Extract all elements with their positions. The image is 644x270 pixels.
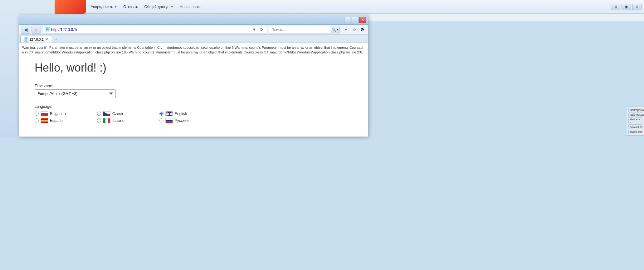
timezone-select[interactable]: Europe/Minsk (GMT +3) [35,89,116,98]
taskbar-item-0[interactable]: taskmgr.exe [628,108,642,112]
timezone-group: Time zone: Europe/Minsk (GMT +3) [35,84,352,98]
language-option-it[interactable]: Italiano [97,118,159,123]
language-option-es[interactable]: Español [35,118,97,123]
search-input[interactable] [269,26,331,33]
organize-button[interactable]: Упорядочить ▼ [88,3,120,10]
new-folder-label: Новая папка [180,5,202,9]
tab-title: 127.0.0.1 [29,38,44,41]
language-radio-bg[interactable] [35,112,39,116]
open-button[interactable]: Открыть [121,3,140,10]
language-label-cz: Czech [112,112,123,116]
language-label-it: Italiano [112,118,124,123]
language-option-en[interactable]: English [159,111,222,116]
close-button[interactable]: ✕ [359,17,366,23]
taskbar-item-1[interactable]: taskhost.exe [628,112,642,117]
home-icon[interactable]: ⌂ [342,26,350,33]
language-radio-en[interactable] [159,112,163,116]
view-options-button[interactable]: ⊞ [611,4,620,10]
flag-cz [103,111,110,116]
organize-arrow: ▼ [114,5,117,8]
language-grid: Bulgarian Czech [35,111,352,123]
search-dropdown[interactable]: ▼ [336,28,339,31]
url-dropdown[interactable]: ▼ [251,27,257,32]
taskbar-item-3[interactable]: Server2Go [628,125,642,129]
new-folder-button[interactable]: Новая папка [177,3,204,10]
url-text: http://127.0.0.1/ [51,28,250,32]
ie-toolbar-icons: ⌂ ☆ ⚙ [342,26,366,33]
language-radio-es[interactable] [35,118,39,122]
ie-tab-active[interactable]: 🌐 127.0.0.1 ✕ [20,36,52,42]
taskbar-right-panel: taskmgr.exe taskhost.exe start.exe * Ser… [627,106,644,136]
language-radio-ru[interactable] [159,118,163,122]
url-icon: 🌐 [45,27,50,32]
logo-shape [55,0,86,14]
language-section: Language: Bulgarian [35,104,352,123]
ie-window-controls: ─ □ ✕ [344,17,366,23]
flag-en [165,111,173,116]
flag-it [103,118,110,123]
timezone-label: Time zone: [35,84,352,88]
share-arrow: ▼ [171,5,173,8]
explorer-toolbar: Упорядочить ▼ Открыть Общий доступ ▼ Нов… [86,0,644,14]
refresh-button-url[interactable]: ⟳ [259,27,265,32]
settings-icon[interactable]: ⚙ [359,26,366,33]
forward-button[interactable]: ▶ [32,26,41,34]
language-label-en: English [175,112,187,116]
new-tab-button[interactable]: + [53,36,60,42]
taskbar-item-4[interactable]: alwdn.exe [628,130,642,134]
open-label: Открыть [123,5,138,9]
taskbar-item-2[interactable]: start.exe * [628,117,642,125]
back-button[interactable]: ◀ [21,26,30,34]
language-label-ru: Русский [175,118,189,123]
search-icon: 🔍 [332,28,336,32]
language-radio-it[interactable] [97,118,101,122]
language-label: Language: [35,104,352,109]
language-option-bg[interactable]: Bulgarian [35,111,97,116]
language-radio-cz[interactable] [97,112,101,116]
language-label-es: Español [50,118,63,123]
favorites-icon[interactable]: ☆ [350,26,358,33]
ie-titlebar: ─ □ ✕ [19,15,368,25]
view-extra-button[interactable]: ⊟ [632,4,642,10]
page-content: Hello, world! :) Time zone: Europe/Minsk… [22,55,365,128]
flag-bg [41,111,48,116]
language-option-ru[interactable]: Русский [159,118,222,123]
ie-content[interactable]: Warning: count(): Parameter must be an a… [19,43,368,128]
tab-close-button[interactable]: ✕ [45,38,49,41]
tab-favicon: 🌐 [24,37,28,42]
ie-addressbar: ◀ ▶ 🌐 http://127.0.0.1/ ▼ ⟳ 🔍 ▼ ⌂ ☆ ⚙ [19,25,368,35]
search-button[interactable]: 🔍 ▼ [331,26,340,33]
maximize-button[interactable]: □ [352,17,359,23]
ie-tabsbar: 🌐 127.0.0.1 ✕ + [19,35,368,43]
page-heading: Hello, world! :) [35,61,352,74]
ie-window: ─ □ ✕ ◀ ▶ 🌐 http://127.0.0.1/ ▼ ⟳ 🔍 ▼ ⌂ … [19,15,368,137]
share-label: Общий доступ [144,5,169,9]
organize-label: Упорядочить [91,5,113,9]
language-option-cz[interactable]: Czech [97,111,159,116]
svg-rect-8 [166,114,173,114]
minimize-button[interactable]: ─ [344,17,351,23]
url-box: 🌐 http://127.0.0.1/ ▼ ⟳ [42,26,267,33]
warning-text: Warning: count(): Parameter must be an a… [22,45,365,55]
flag-ru [165,118,173,123]
view-split-button[interactable]: ▣ [622,4,631,10]
share-button[interactable]: Общий доступ ▼ [142,3,176,10]
flag-es [41,118,48,123]
language-label-bg: Bulgarian [50,112,66,116]
uk-flag-svg [166,112,173,116]
